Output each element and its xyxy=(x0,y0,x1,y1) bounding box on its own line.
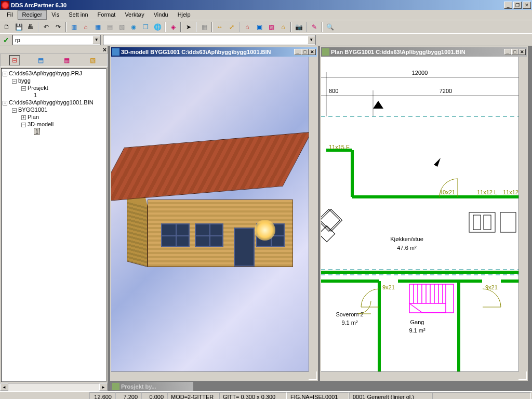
house2-icon[interactable]: ⌂ xyxy=(277,21,289,33)
collapse-icon[interactable]: − xyxy=(12,79,17,84)
tree-leaf-selected[interactable]: 1 xyxy=(34,128,40,135)
grid-icon[interactable]: ▦ xyxy=(198,21,210,33)
save-icon[interactable]: 💾 xyxy=(13,21,24,33)
h-scrollbar[interactable] xyxy=(321,371,518,380)
status-y: 7.200 xyxy=(115,392,141,399)
minimize-button[interactable]: _ xyxy=(504,2,512,9)
window-icon xyxy=(112,48,119,56)
wand-icon[interactable]: ✎ xyxy=(309,21,320,33)
3d-viewport[interactable] xyxy=(111,57,309,373)
facade-icon[interactable]: ▤ xyxy=(104,21,115,33)
tree-3dmodel[interactable]: 3D-modell xyxy=(28,121,54,127)
camera-icon[interactable]: 📷 xyxy=(293,21,304,33)
mdi-close-button[interactable]: ✕ xyxy=(518,49,526,55)
h-scrollbar[interactable] xyxy=(111,371,309,380)
window-plan-title: Plan BYGG1001 C:\dds63\Apl\bygg\bygg1001… xyxy=(331,49,504,55)
combo-left[interactable]: ▼ xyxy=(12,35,101,45)
combo-right[interactable]: ▼ xyxy=(103,35,316,45)
menu-vindu[interactable]: Vindu xyxy=(149,10,173,20)
expand-icon[interactable]: + xyxy=(21,115,26,120)
collapse-icon[interactable]: − xyxy=(21,86,26,91)
new-icon[interactable]: 🗋 xyxy=(1,21,12,33)
earth-icon[interactable]: ◉ xyxy=(128,21,139,33)
undo-icon[interactable]: ↶ xyxy=(41,21,52,33)
tree-prosjekt[interactable]: Prosjekt xyxy=(28,85,48,91)
plan-viewport[interactable]: 12000 800 7200 xyxy=(321,57,518,373)
room-area: 9.1 m² xyxy=(341,320,358,326)
dim2-icon[interactable]: ⤢ xyxy=(226,21,237,33)
home-icon[interactable]: ⌂ xyxy=(80,21,91,33)
sidebar-h-scrollbar[interactable]: ◄ ► xyxy=(0,383,108,391)
globe-icon[interactable]: 🌐 xyxy=(152,21,163,33)
sidebar-tabs: ⊟ ▤ ▦ ▧ xyxy=(0,54,108,67)
sidebar-tab-print-icon[interactable]: ▤ xyxy=(35,55,46,65)
zoom-icon[interactable]: 🔍 xyxy=(324,21,336,33)
dim1-icon[interactable]: ↔ xyxy=(214,21,225,33)
collapse-icon[interactable]: − xyxy=(3,72,7,76)
cube3d-icon[interactable]: ◈ xyxy=(167,21,179,33)
tree-leaf[interactable]: 1 xyxy=(34,92,37,98)
mdi-minimize-button[interactable]: _ xyxy=(504,49,511,55)
project-tree[interactable]: −C:\dds63\Apl\bygg\bygg.PRJ −bygg −Prosj… xyxy=(1,68,107,382)
dropdown-icon[interactable]: ▼ xyxy=(308,36,315,44)
dropdown-icon[interactable]: ▼ xyxy=(92,36,100,44)
window-3d-model[interactable]: 3D-modell BYGG1001 C:\dds63\Apl\bygg\byg… xyxy=(110,46,318,381)
mdi-minimize-button[interactable]: _ xyxy=(294,49,301,55)
close-button[interactable]: ✕ xyxy=(523,2,531,9)
combo-right-input[interactable] xyxy=(103,36,308,44)
scroll-right-icon[interactable]: ► xyxy=(99,383,108,391)
sidebar-tab-layers-icon[interactable]: ▧ xyxy=(88,55,98,65)
menu-format[interactable]: Format xyxy=(93,10,121,20)
box-icon[interactable]: ❒ xyxy=(140,21,151,33)
mdi-close-button[interactable]: ✕ xyxy=(309,49,316,55)
menu-rediger[interactable]: Rediger xyxy=(18,10,47,20)
print-icon[interactable]: 🖶 xyxy=(25,21,36,33)
status-mod: MOD=2-GITTER xyxy=(167,392,219,399)
pointer-icon[interactable]: ➤ xyxy=(183,21,194,33)
layout-icon[interactable]: ▣ xyxy=(254,21,265,33)
collapse-icon[interactable]: − xyxy=(21,123,26,127)
sidebar-close-button[interactable]: × xyxy=(0,46,108,54)
window-prosjekt-title: Prosjekt by... xyxy=(121,383,156,390)
menu-fil[interactable]: Fil xyxy=(2,10,18,20)
plan-icon[interactable]: ▦ xyxy=(92,21,103,33)
chart-icon[interactable]: ▨ xyxy=(265,21,277,33)
menu-vis[interactable]: Vis xyxy=(47,10,64,20)
scroll-left-icon[interactable]: ◄ xyxy=(0,383,8,391)
tree-bygg[interactable]: bygg xyxy=(18,77,31,84)
restore-button[interactable]: ❐ xyxy=(513,2,522,9)
redo-icon[interactable]: ↷ xyxy=(52,21,64,33)
columns-icon[interactable]: ▥ xyxy=(68,21,79,33)
mdi-maximize-button[interactable]: □ xyxy=(301,49,309,55)
sidebar-tab-report-icon[interactable]: ▦ xyxy=(62,55,72,65)
window-plan[interactable]: Plan BYGG1001 C:\dds63\Apl\bygg\bygg1001… xyxy=(320,46,528,381)
menu-sett-inn[interactable]: Sett inn xyxy=(64,10,92,20)
tree-root[interactable]: C:\dds63\Apl\bygg\bygg.PRJ xyxy=(9,70,82,76)
status-gitt: GITT= 0.300 x 0.300 xyxy=(219,392,287,399)
window-3d-titlebar[interactable]: 3D-modell BYGG1001 C:\dds63\Apl\bygg\byg… xyxy=(111,47,317,57)
menu-verktoy[interactable]: Verktøy xyxy=(120,10,149,20)
tree-bygg1001[interactable]: BYGG1001 xyxy=(18,107,47,113)
win-label: 11x15 F xyxy=(329,144,350,150)
menu-hjelp[interactable]: Hjelp xyxy=(173,10,195,20)
app-title: DDS ArcPartner 6.30 xyxy=(11,2,504,8)
svg-rect-22 xyxy=(500,212,516,232)
tree-root[interactable]: C:\dds63\Apl\bygg\bygg1001.BIN xyxy=(9,99,94,105)
mdi-maximize-button[interactable]: □ xyxy=(511,49,518,55)
house1-icon[interactable]: ⌂ xyxy=(242,21,253,33)
tree-plan[interactable]: Plan xyxy=(28,114,39,120)
section-icon[interactable]: ▧ xyxy=(116,21,127,33)
collapse-icon[interactable]: − xyxy=(12,108,17,113)
v-scrollbar[interactable] xyxy=(518,57,527,371)
win-label: 10x21 xyxy=(440,189,455,195)
status-layer: 0001 Generelt (linjer ol.) xyxy=(349,392,432,399)
mdi-area: 3D-modell BYGG1001 C:\dds63\Apl\bygg\byg… xyxy=(108,46,532,391)
collapse-icon[interactable]: − xyxy=(3,101,7,105)
win-label: 11x12 L xyxy=(477,189,497,195)
sidebar-tab-tree-icon[interactable]: ⊟ xyxy=(9,55,20,65)
window-prosjekt-minimized[interactable]: Prosjekt by... xyxy=(110,382,193,391)
combo-left-input[interactable] xyxy=(13,36,92,44)
v-scrollbar[interactable] xyxy=(309,57,317,371)
check-icon[interactable]: ✓ xyxy=(2,36,10,44)
window-plan-titlebar[interactable]: Plan BYGG1001 C:\dds63\Apl\bygg\bygg1001… xyxy=(321,47,527,57)
